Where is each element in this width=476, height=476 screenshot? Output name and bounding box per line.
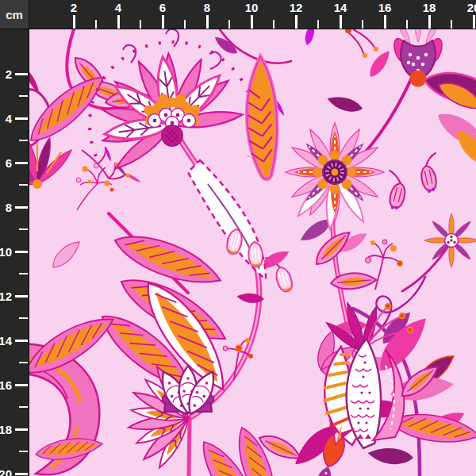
top-major-tick-2: [73, 15, 75, 29]
top-minor-tick-9: [228, 20, 230, 29]
left-major-tick-20: [15, 473, 28, 475]
left-major-tick-14: [15, 340, 28, 342]
top-minor-tick-3: [95, 20, 97, 29]
top-minor-tick-7: [184, 20, 186, 29]
left-ruler-label-8: 8: [6, 202, 12, 213]
left-ruler-label-16: 16: [0, 379, 12, 391]
left-major-tick-16: [15, 384, 28, 386]
left-minor-tick-3: [19, 95, 28, 97]
fabric-swatch: [29, 29, 476, 476]
top-major-tick-6: [162, 15, 164, 29]
top-ruler-label-2: 2: [71, 1, 77, 14]
top-ruler-label-20: 20: [467, 1, 476, 14]
top-major-tick-18: [428, 15, 431, 29]
left-minor-tick-9: [19, 228, 28, 230]
top-ruler-label-8: 8: [204, 1, 210, 14]
top-ruler-label-6: 6: [159, 1, 166, 14]
top-minor-tick-17: [406, 20, 408, 29]
ruler-unit-label: cm: [6, 8, 23, 21]
left-ruler-label-10: 10: [0, 246, 12, 258]
left-major-tick-18: [15, 428, 28, 431]
left-minor-tick-11: [19, 273, 28, 274]
top-minor-tick-13: [317, 20, 319, 29]
ruler-left: 2468101214161820: [0, 0, 29, 476]
left-major-tick-6: [15, 162, 28, 164]
top-major-tick-10: [251, 15, 253, 29]
left-minor-tick-15: [19, 362, 28, 363]
left-major-tick-12: [15, 295, 28, 298]
top-minor-tick-15: [362, 20, 363, 29]
top-major-tick-4: [117, 15, 120, 29]
top-major-tick-8: [206, 15, 209, 29]
top-ruler-label-14: 14: [334, 1, 347, 14]
top-ruler-label-18: 18: [423, 1, 436, 14]
left-ruler-label-6: 6: [6, 157, 12, 169]
top-ruler-label-12: 12: [290, 1, 303, 14]
left-minor-tick-17: [19, 406, 28, 408]
top-major-tick-12: [295, 15, 298, 29]
left-major-tick-2: [15, 73, 28, 75]
left-ruler-label-18: 18: [0, 424, 12, 436]
top-minor-tick-5: [140, 20, 141, 29]
top-minor-tick-11: [273, 20, 274, 29]
top-major-tick-16: [384, 15, 386, 29]
top-major-tick-20: [473, 15, 475, 29]
left-ruler-label-14: 14: [0, 335, 12, 347]
left-ruler-label-20: 20: [0, 468, 12, 476]
top-ruler-label-16: 16: [378, 1, 392, 14]
left-ruler-label-4: 4: [6, 113, 12, 125]
left-major-tick-8: [15, 206, 28, 209]
left-minor-tick-5: [19, 140, 28, 141]
top-ruler-label-4: 4: [115, 1, 121, 14]
left-major-tick-10: [15, 251, 28, 253]
fabric-ruler-image: 2468101214161820 2468101214161820 cm: [0, 0, 476, 476]
left-ruler-label-2: 2: [6, 68, 12, 80]
ruler-top: 2468101214161820: [0, 0, 476, 29]
left-minor-tick-7: [19, 184, 28, 186]
left-minor-tick-13: [19, 317, 28, 319]
left-major-tick-4: [15, 117, 28, 120]
top-major-tick-14: [340, 15, 342, 29]
top-ruler-label-10: 10: [245, 1, 259, 14]
left-minor-tick-19: [19, 451, 28, 452]
top-minor-tick-19: [451, 20, 452, 29]
ruler-unit-box: cm: [0, 0, 29, 29]
left-ruler-label-12: 12: [0, 290, 12, 302]
